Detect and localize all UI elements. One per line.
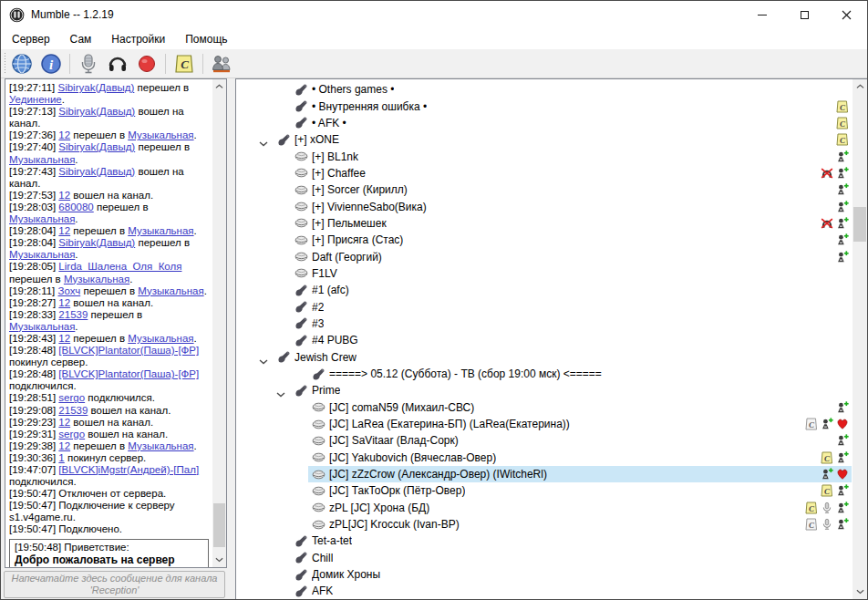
- row-content[interactable]: Prime: [291, 382, 852, 398]
- log-link[interactable]: 21539: [58, 309, 88, 320]
- log-link[interactable]: Музыкальная: [9, 154, 75, 165]
- row-content[interactable]: • Внутренняя ошибка •C: [291, 98, 852, 114]
- row-content[interactable]: [+] VivienneSabo(Вика): [291, 198, 852, 214]
- row-content[interactable]: Daft (Георгий): [291, 248, 852, 264]
- log-link[interactable]: sergo: [58, 392, 85, 403]
- tree-row-channel[interactable]: =====> 05.12 (Суббота) - ТВ (сбор 19:00 …: [236, 366, 852, 382]
- row-content[interactable]: [JC] comaN59 (Михаил-СВС): [308, 399, 852, 416]
- scroll-up-arrow[interactable]: [852, 79, 867, 94]
- log-link[interactable]: Музыкальная: [128, 333, 193, 344]
- log-scrollbar-thumb[interactable]: [213, 503, 225, 547]
- log-link[interactable]: 680080: [58, 202, 93, 212]
- log-link[interactable]: Музыкальная: [64, 274, 129, 284]
- log-link[interactable]: Музыкальная: [128, 129, 193, 140]
- log-link[interactable]: Музыкальная: [128, 440, 193, 451]
- log-link[interactable]: Зохч: [58, 285, 81, 296]
- tree-row-channel[interactable]: [+] xONEC: [236, 131, 852, 148]
- row-content[interactable]: [+] Пельмешек: [291, 215, 852, 232]
- log-link[interactable]: [BLVCK]Plantator(Паша)-[ФР]: [58, 345, 199, 356]
- log-link[interactable]: 12: [58, 417, 70, 428]
- log-scrollbar[interactable]: [212, 79, 226, 567]
- tree-row-user[interactable]: zPL [JC] Хрона (БД)C: [236, 500, 852, 516]
- menu-settings[interactable]: Настройки: [102, 30, 174, 48]
- toolbar-grip[interactable]: [3, 53, 7, 75]
- tree-row-channel[interactable]: • Внутренняя ошибка •C: [236, 98, 852, 114]
- log-link[interactable]: Музыкальная: [9, 249, 75, 260]
- whisper-shout-button[interactable]: [208, 51, 235, 77]
- tree-row-channel[interactable]: Prime: [236, 382, 852, 398]
- tree-row-user[interactable]: [+] BL1nk: [236, 148, 852, 164]
- row-content[interactable]: [JC] SaVitaar (Влад-Сорк): [308, 432, 852, 449]
- log-link[interactable]: 12: [58, 440, 70, 451]
- log-link[interactable]: Музыкальная: [9, 213, 75, 224]
- tree-row-channel[interactable]: #4 PUBG: [236, 332, 852, 348]
- tree-row-user[interactable]: [JC] zZzCrow (Александр-Овер) (IWitcheRl…: [236, 466, 852, 482]
- record-button[interactable]: [133, 51, 160, 77]
- row-content[interactable]: [+] Присяга (Стас): [291, 232, 852, 248]
- tree-row-user[interactable]: Daft (Георгий): [236, 248, 852, 264]
- tree-row-channel[interactable]: #3: [236, 316, 852, 332]
- tree-row-user[interactable]: zPL[JC] Kroccuk (Ivan-BP)C: [236, 516, 852, 533]
- log-link[interactable]: Sibiryak(Давыд): [58, 82, 135, 93]
- log-link[interactable]: 12: [58, 297, 70, 308]
- log-link[interactable]: 21539: [58, 405, 88, 416]
- row-content[interactable]: F1LV: [291, 265, 852, 282]
- tree-scrollbar[interactable]: [852, 79, 867, 599]
- tree-scrollbar-thumb[interactable]: [853, 207, 866, 242]
- tree-row-channel[interactable]: AFK: [236, 583, 852, 599]
- scroll-down-arrow[interactable]: [212, 553, 226, 567]
- log-link[interactable]: Sibiryak(Давыд): [58, 106, 135, 117]
- tree-row-channel[interactable]: Chill: [236, 550, 852, 566]
- log-link[interactable]: Музыкальная: [9, 321, 75, 332]
- close-button[interactable]: [825, 1, 867, 28]
- row-content[interactable]: Jewish Crew: [274, 349, 852, 366]
- log-link[interactable]: Музыкальная: [128, 225, 193, 236]
- row-content[interactable]: • AFK •C: [291, 115, 852, 131]
- tree-row-user[interactable]: [JC] comaN59 (Михаил-СВС): [236, 399, 852, 416]
- row-content[interactable]: [+] BL1nk: [291, 148, 852, 164]
- row-content[interactable]: AFK: [291, 583, 852, 599]
- chat-message-input[interactable]: Напечатайте здесь сообщение для канала '…: [4, 571, 225, 598]
- scroll-up-arrow[interactable]: [212, 79, 226, 94]
- row-content[interactable]: [JC] LaRea (Екатерина-БП) (LaRea(Екатери…: [308, 416, 852, 432]
- deafen-self-button[interactable]: [104, 51, 131, 77]
- row-content[interactable]: #4 PUBG: [291, 332, 852, 348]
- tree-row-user[interactable]: [JC] Yakubovich (Вячеслав-Овер)C: [236, 450, 852, 466]
- connect-server-button[interactable]: [8, 51, 36, 77]
- row-content[interactable]: [+] Sorcer (Кирилл): [291, 181, 852, 198]
- server-information-button[interactable]: i: [37, 51, 65, 77]
- log-link[interactable]: Sibiryak(Давыд): [58, 237, 135, 248]
- log-link[interactable]: Sibiryak(Давыд): [58, 166, 135, 177]
- tree-row-user[interactable]: [+] Пельмешек: [236, 215, 852, 232]
- log-link[interactable]: 12: [58, 225, 70, 236]
- tree-row-user[interactable]: [+] Присяга (Стас): [236, 232, 852, 248]
- change-comment-button[interactable]: C: [170, 51, 198, 77]
- log-link[interactable]: Sibiryak(Давыд): [58, 141, 135, 152]
- scroll-down-arrow[interactable]: [852, 584, 867, 599]
- tree-row-channel[interactable]: #2: [236, 298, 852, 315]
- tree-row-user[interactable]: [JC] LaRea (Екатерина-БП) (LaRea(Екатери…: [236, 416, 852, 432]
- row-content[interactable]: [+] xONEC: [274, 131, 852, 148]
- menu-self[interactable]: Сам: [61, 30, 101, 48]
- minimize-button[interactable]: [741, 1, 783, 28]
- log-link[interactable]: Уединение: [9, 94, 62, 105]
- log-link[interactable]: Lirda_Шалена_Оля_Коля: [58, 261, 181, 272]
- menu-help[interactable]: Помощь: [176, 30, 236, 48]
- tree-row-channel[interactable]: • Others games •: [236, 81, 852, 98]
- tree-row-channel[interactable]: • AFK •C: [236, 115, 852, 131]
- row-content[interactable]: Домик Хроны: [291, 566, 852, 583]
- log-link[interactable]: sergo: [58, 429, 85, 440]
- log-link[interactable]: 12: [58, 129, 70, 140]
- maximize-button[interactable]: [783, 1, 825, 28]
- tree-row-channel[interactable]: #1 (afc): [236, 282, 852, 298]
- tree-row-user[interactable]: [JC] SaVitaar (Влад-Сорк): [236, 432, 852, 449]
- log-link[interactable]: [BLVCK]Plantator(Паша)-[ФР]: [58, 368, 199, 379]
- row-content[interactable]: =====> 05.12 (Суббота) - ТВ (сбор 19:00 …: [308, 366, 852, 382]
- log-link[interactable]: 12: [58, 190, 70, 201]
- tree-row-channel[interactable]: Jewish Crew: [236, 349, 852, 366]
- tree-row-channel[interactable]: Домик Хроны: [236, 566, 852, 583]
- row-content[interactable]: Chill: [291, 550, 852, 566]
- row-content[interactable]: zPL [JC] Хрона (БД)C: [308, 500, 852, 516]
- tree-row-user[interactable]: [+] Chaffee: [236, 165, 852, 181]
- row-content[interactable]: #3: [291, 316, 852, 332]
